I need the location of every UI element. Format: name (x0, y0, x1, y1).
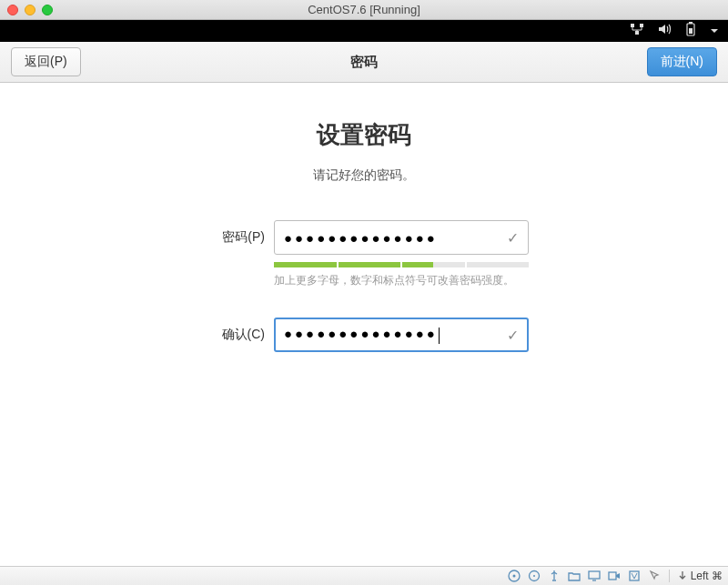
confirm-row: 确认(C) ●●●●●●●●●●●●●● ✓ (199, 318, 529, 352)
svg-rect-0 (631, 24, 634, 27)
battery-icon[interactable] (684, 22, 697, 40)
password-form: 密码(P) ●●●●●●●●●●●●●● ✓ 加上更多字母，数字和标点符号可改善… (199, 220, 529, 359)
window-title: CentOS7.6 [Running] (308, 3, 420, 16)
subtitle: 请记好您的密码。 (0, 167, 728, 184)
recording-icon[interactable] (607, 569, 622, 583)
hostkey-indicator[interactable]: Left ⌘ (677, 570, 723, 582)
svg-rect-5 (689, 28, 693, 34)
strength-seg-4 (467, 262, 530, 267)
confirm-value: ●●●●●●●●●●●●●● (284, 326, 501, 343)
svg-point-7 (512, 575, 515, 578)
shared-folder-icon[interactable] (567, 569, 581, 583)
password-label: 密码(P) (199, 229, 265, 246)
hdd-icon[interactable] (507, 569, 521, 583)
strength-hint: 加上更多字母，数字和标点符号可改善密码强度。 (274, 273, 529, 288)
mac-titlebar: CentOS7.6 [Running] (0, 0, 728, 20)
strength-seg-2 (339, 262, 401, 267)
svg-rect-2 (635, 31, 639, 35)
optical-icon[interactable] (527, 569, 541, 583)
vbox-icon[interactable] (627, 569, 642, 583)
heading: 设置密码 (0, 119, 728, 151)
header-bar: 返回(P) 密码 前进(N) (0, 42, 728, 83)
close-window-button[interactable] (7, 5, 18, 15)
check-icon: ✓ (507, 229, 519, 247)
check-icon: ✓ (507, 327, 519, 344)
hostkey-arrow-icon (677, 570, 688, 581)
usb-icon[interactable] (547, 569, 561, 583)
password-row: 密码(P) ●●●●●●●●●●●●●● ✓ (199, 220, 529, 255)
svg-rect-11 (609, 572, 616, 580)
confirm-label: 确认(C) (199, 327, 265, 343)
minimize-window-button[interactable] (25, 5, 35, 15)
password-value: ●●●●●●●●●●●●●● (284, 230, 501, 246)
page-title: 密码 (350, 54, 378, 71)
strength-seg-1 (274, 262, 337, 267)
svg-rect-1 (640, 24, 643, 27)
svg-point-9 (533, 575, 535, 577)
svg-rect-10 (589, 571, 600, 579)
next-button[interactable]: 前进(N) (647, 47, 717, 76)
main-content: 设置密码 请记好您的密码。 密码(P) ●●●●●●●●●●●●●● ✓ 加上更… (0, 83, 728, 566)
vm-guest-topbar (0, 20, 728, 42)
display-icon[interactable] (587, 569, 602, 583)
password-strength: 加上更多字母，数字和标点符号可改善密码强度。 (274, 262, 529, 288)
menu-caret-icon[interactable] (710, 23, 719, 39)
strength-seg-3 (402, 262, 465, 267)
password-input[interactable]: ●●●●●●●●●●●●●● ✓ (274, 220, 529, 255)
mouse-integration-icon[interactable] (647, 569, 662, 583)
volume-icon[interactable] (657, 23, 672, 39)
network-icon[interactable] (630, 23, 644, 39)
traffic-lights (7, 5, 53, 15)
zoom-window-button[interactable] (42, 5, 53, 15)
hostkey-label: Left ⌘ (691, 570, 723, 582)
statusbar-separator (669, 570, 670, 582)
svg-rect-4 (689, 22, 693, 24)
text-caret (439, 328, 440, 344)
strength-bar (274, 262, 529, 267)
vm-statusbar: Left ⌘ (0, 566, 728, 585)
confirm-input[interactable]: ●●●●●●●●●●●●●● ✓ (274, 318, 529, 352)
back-button[interactable]: 返回(P) (11, 47, 81, 76)
